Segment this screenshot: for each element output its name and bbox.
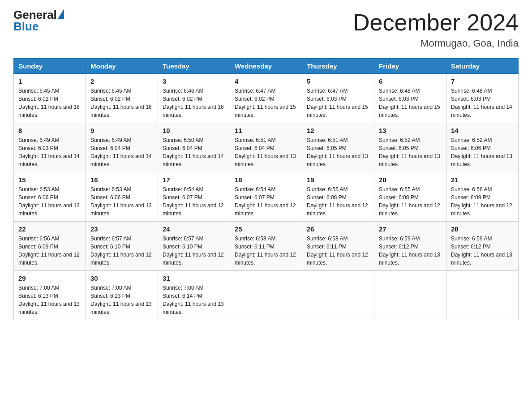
day-number: 9 <box>90 127 153 134</box>
day-number: 6 <box>379 77 442 85</box>
day-number: 26 <box>307 225 369 233</box>
day-number: 21 <box>451 176 514 184</box>
day-number: 25 <box>235 225 297 233</box>
table-row: 16 Sunrise: 6:53 AMSunset: 6:06 PMDaylig… <box>86 172 158 222</box>
col-saturday: Saturday <box>446 59 519 74</box>
day-info: Sunrise: 6:45 AMSunset: 6:02 PMDaylight:… <box>18 87 81 119</box>
day-number: 24 <box>163 225 225 233</box>
day-info: Sunrise: 6:53 AMSunset: 6:06 PMDaylight:… <box>90 185 153 218</box>
calendar-header-row: Sunday Monday Tuesday Wednesday Thursday… <box>14 59 519 74</box>
table-row: 18 Sunrise: 6:54 AMSunset: 6:07 PMDaylig… <box>230 172 302 222</box>
col-sunday: Sunday <box>14 59 86 74</box>
table-row <box>374 271 446 320</box>
logo-triangle-icon <box>58 9 64 19</box>
day-info: Sunrise: 6:58 AMSunset: 6:11 PMDaylight:… <box>307 235 369 267</box>
day-number: 29 <box>18 274 81 282</box>
day-number: 11 <box>235 127 297 134</box>
table-row: 2 Sunrise: 6:45 AMSunset: 6:02 PMDayligh… <box>86 74 158 123</box>
table-row: 1 Sunrise: 6:45 AMSunset: 6:02 PMDayligh… <box>14 74 86 123</box>
calendar-week-row: 1 Sunrise: 6:45 AMSunset: 6:02 PMDayligh… <box>14 74 519 123</box>
table-row: 10 Sunrise: 6:50 AMSunset: 6:04 PMDaylig… <box>158 123 230 172</box>
day-info: Sunrise: 6:57 AMSunset: 6:10 PMDaylight:… <box>90 235 153 267</box>
table-row: 22 Sunrise: 6:56 AMSunset: 6:09 PMDaylig… <box>14 222 86 271</box>
table-row: 30 Sunrise: 7:00 AMSunset: 6:13 PMDaylig… <box>86 271 158 320</box>
col-wednesday: Wednesday <box>230 59 302 74</box>
day-number: 12 <box>307 127 369 134</box>
day-info: Sunrise: 6:55 AMSunset: 6:08 PMDaylight:… <box>379 185 442 218</box>
day-number: 17 <box>163 176 225 184</box>
day-number: 30 <box>90 274 153 282</box>
table-row <box>302 271 374 320</box>
day-info: Sunrise: 6:59 AMSunset: 6:12 PMDaylight:… <box>379 235 442 267</box>
day-number: 16 <box>90 176 153 184</box>
day-number: 19 <box>307 176 369 184</box>
table-row: 29 Sunrise: 7:00 AMSunset: 6:13 PMDaylig… <box>14 271 86 320</box>
day-info: Sunrise: 6:51 AMSunset: 6:05 PMDaylight:… <box>307 136 369 168</box>
table-row: 27 Sunrise: 6:59 AMSunset: 6:12 PMDaylig… <box>374 222 446 271</box>
table-row <box>446 271 519 320</box>
day-info: Sunrise: 6:59 AMSunset: 6:12 PMDaylight:… <box>451 235 514 267</box>
day-info: Sunrise: 6:57 AMSunset: 6:10 PMDaylight:… <box>163 235 225 267</box>
month-title: December 2024 <box>353 9 519 36</box>
table-row: 3 Sunrise: 6:46 AMSunset: 6:02 PMDayligh… <box>158 74 230 123</box>
col-monday: Monday <box>86 59 158 74</box>
day-info: Sunrise: 6:49 AMSunset: 6:04 PMDaylight:… <box>90 136 153 168</box>
day-info: Sunrise: 6:48 AMSunset: 6:03 PMDaylight:… <box>451 87 514 119</box>
day-number: 15 <box>18 176 81 184</box>
table-row <box>230 271 302 320</box>
table-row: 4 Sunrise: 6:47 AMSunset: 6:02 PMDayligh… <box>230 74 302 123</box>
table-row: 14 Sunrise: 6:52 AMSunset: 6:06 PMDaylig… <box>446 123 519 172</box>
day-info: Sunrise: 6:55 AMSunset: 6:08 PMDaylight:… <box>307 185 369 218</box>
day-info: Sunrise: 6:52 AMSunset: 6:05 PMDaylight:… <box>379 136 442 168</box>
day-info: Sunrise: 6:58 AMSunset: 6:11 PMDaylight:… <box>235 235 297 267</box>
day-number: 7 <box>451 77 514 85</box>
day-number: 27 <box>379 225 442 233</box>
day-number: 3 <box>163 77 225 85</box>
calendar-week-row: 29 Sunrise: 7:00 AMSunset: 6:13 PMDaylig… <box>14 271 519 320</box>
table-row: 31 Sunrise: 7:00 AMSunset: 6:14 PMDaylig… <box>158 271 230 320</box>
logo-blue-text: Blue <box>13 21 64 32</box>
table-row: 24 Sunrise: 6:57 AMSunset: 6:10 PMDaylig… <box>158 222 230 271</box>
day-info: Sunrise: 6:49 AMSunset: 6:03 PMDaylight:… <box>18 136 81 168</box>
table-row: 17 Sunrise: 6:54 AMSunset: 6:07 PMDaylig… <box>158 172 230 222</box>
day-info: Sunrise: 6:47 AMSunset: 6:03 PMDaylight:… <box>307 87 369 119</box>
day-number: 8 <box>18 127 81 134</box>
day-info: Sunrise: 6:50 AMSunset: 6:04 PMDaylight:… <box>163 136 225 168</box>
day-number: 20 <box>379 176 442 184</box>
day-info: Sunrise: 7:00 AMSunset: 6:13 PMDaylight:… <box>18 284 81 316</box>
day-info: Sunrise: 6:56 AMSunset: 6:09 PMDaylight:… <box>451 185 514 218</box>
day-info: Sunrise: 6:54 AMSunset: 6:07 PMDaylight:… <box>235 185 297 218</box>
col-thursday: Thursday <box>302 59 374 74</box>
table-row: 23 Sunrise: 6:57 AMSunset: 6:10 PMDaylig… <box>86 222 158 271</box>
day-number: 22 <box>18 225 81 233</box>
table-row: 12 Sunrise: 6:51 AMSunset: 6:05 PMDaylig… <box>302 123 374 172</box>
calendar-week-row: 8 Sunrise: 6:49 AMSunset: 6:03 PMDayligh… <box>14 123 519 172</box>
day-number: 23 <box>90 225 153 233</box>
day-info: Sunrise: 6:54 AMSunset: 6:07 PMDaylight:… <box>163 185 225 218</box>
day-info: Sunrise: 6:53 AMSunset: 6:06 PMDaylight:… <box>18 185 81 218</box>
table-row: 19 Sunrise: 6:55 AMSunset: 6:08 PMDaylig… <box>302 172 374 222</box>
table-row: 13 Sunrise: 6:52 AMSunset: 6:05 PMDaylig… <box>374 123 446 172</box>
location-title: Mormugao, Goa, India <box>353 38 519 49</box>
day-info: Sunrise: 6:56 AMSunset: 6:09 PMDaylight:… <box>18 235 81 267</box>
day-number: 2 <box>90 77 153 85</box>
table-row: 9 Sunrise: 6:49 AMSunset: 6:04 PMDayligh… <box>86 123 158 172</box>
logo-general-text: General <box>13 9 57 21</box>
day-info: Sunrise: 6:51 AMSunset: 6:04 PMDaylight:… <box>235 136 297 168</box>
table-row: 20 Sunrise: 6:55 AMSunset: 6:08 PMDaylig… <box>374 172 446 222</box>
col-friday: Friday <box>374 59 446 74</box>
day-number: 31 <box>163 274 225 282</box>
table-row: 26 Sunrise: 6:58 AMSunset: 6:11 PMDaylig… <box>302 222 374 271</box>
day-info: Sunrise: 6:46 AMSunset: 6:02 PMDaylight:… <box>163 87 225 119</box>
table-row: 8 Sunrise: 6:49 AMSunset: 6:03 PMDayligh… <box>14 123 86 172</box>
table-row: 15 Sunrise: 6:53 AMSunset: 6:06 PMDaylig… <box>14 172 86 222</box>
calendar-week-row: 15 Sunrise: 6:53 AMSunset: 6:06 PMDaylig… <box>14 172 519 222</box>
day-info: Sunrise: 6:52 AMSunset: 6:06 PMDaylight:… <box>451 136 514 168</box>
day-info: Sunrise: 6:47 AMSunset: 6:02 PMDaylight:… <box>235 87 297 119</box>
table-row: 28 Sunrise: 6:59 AMSunset: 6:12 PMDaylig… <box>446 222 519 271</box>
day-number: 18 <box>235 176 297 184</box>
day-info: Sunrise: 6:48 AMSunset: 6:03 PMDaylight:… <box>379 87 442 119</box>
day-number: 14 <box>451 127 514 134</box>
day-info: Sunrise: 6:45 AMSunset: 6:02 PMDaylight:… <box>90 87 153 119</box>
calendar-table: Sunday Monday Tuesday Wednesday Thursday… <box>13 58 519 320</box>
